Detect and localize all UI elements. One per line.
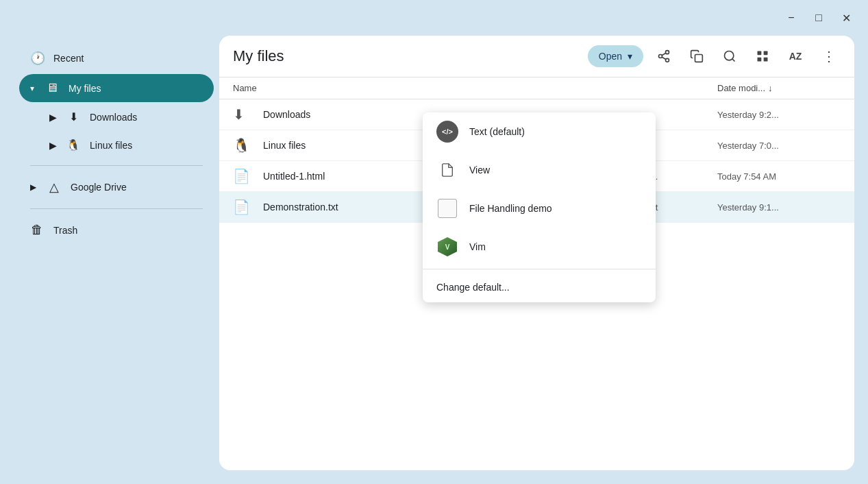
- dropdown-item-vim[interactable]: V Vim: [423, 228, 656, 266]
- dropdown-label-text-default: Text (default): [469, 126, 525, 137]
- file-date-demo: Yesterday 9:1...: [717, 202, 841, 213]
- minimize-button[interactable]: −: [780, 7, 802, 29]
- page-title: My files: [233, 47, 580, 65]
- document-icon: [440, 162, 455, 178]
- svg-point-2: [666, 58, 669, 62]
- sidebar-item-myfiles[interactable]: ▾ 🖥 My files: [19, 74, 214, 102]
- linux-file-icon: 🐧: [233, 137, 255, 154]
- sidebar-divider1: [30, 165, 203, 166]
- svg-rect-9: [764, 51, 768, 56]
- download-file-icon: ⬇: [233, 106, 255, 123]
- svg-rect-11: [764, 58, 768, 62]
- demo-file-icon: 📄: [233, 199, 255, 215]
- sidebar-item-googledrive[interactable]: ▶ △ Google Drive: [19, 173, 214, 202]
- open-dropdown-arrow: ▾: [628, 51, 632, 62]
- text-default-icon: </>: [436, 121, 458, 143]
- header-name: Name: [233, 83, 539, 93]
- svg-rect-8: [758, 51, 762, 56]
- share-button[interactable]: [652, 44, 676, 69]
- svg-line-4: [662, 53, 666, 55]
- dropdown-item-file-handling[interactable]: File Handling demo: [423, 189, 656, 228]
- chevron-right-icon3: ▶: [30, 182, 36, 192]
- titlebar: − □ ✕: [0, 0, 868, 36]
- svg-rect-5: [695, 55, 703, 62]
- svg-line-3: [662, 57, 666, 59]
- sidebar-downloads-label: Downloads: [90, 112, 137, 123]
- chevron-right-icon: ▶: [49, 112, 57, 123]
- more-options-button[interactable]: ⋮: [816, 44, 841, 69]
- vim-icon: V: [436, 236, 458, 258]
- sidebar-recent-label: Recent: [53, 53, 84, 64]
- chevron-right-icon2: ▶: [49, 140, 57, 151]
- linux-icon: 🐧: [66, 138, 80, 152]
- toolbar: My files Open ▾: [219, 36, 854, 77]
- svg-rect-10: [758, 58, 762, 62]
- file-date-linux: Yesterday 7:0...: [717, 141, 841, 151]
- chevron-down-icon: ▾: [30, 84, 34, 93]
- dropdown-item-view[interactable]: View: [423, 151, 656, 189]
- sidebar: 🕐 Recent ▾ 🖥 My files ▶ ⬇ Downloads ▶ 🐧 …: [14, 36, 219, 470]
- computer-icon: 🖥: [45, 81, 59, 95]
- dropdown-item-text-default[interactable]: </> Text (default): [423, 112, 656, 151]
- view-icon: [436, 159, 458, 181]
- file-date-html: Today 7:54 AM: [717, 171, 841, 182]
- dropdown-label-view: View: [469, 165, 490, 176]
- grid-icon: [756, 49, 769, 63]
- sidebar-item-trash[interactable]: 🗑 Trash: [19, 216, 214, 244]
- sidebar-trash-label: Trash: [53, 225, 77, 236]
- sidebar-googledrive-label: Google Drive: [71, 182, 127, 193]
- clock-icon: 🕐: [30, 51, 44, 66]
- dropdown-label-vim: Vim: [469, 241, 486, 252]
- file-date-downloads: Yesterday 9:2...: [717, 110, 841, 120]
- sort-icon: AZ: [789, 51, 802, 62]
- search-icon: [723, 49, 736, 63]
- header-date[interactable]: Date modi... ↓: [717, 83, 841, 93]
- open-button[interactable]: Open ▾: [588, 45, 643, 67]
- dropdown-divider: [423, 269, 656, 269]
- close-button[interactable]: ✕: [835, 7, 857, 29]
- sidebar-myfiles-label: My files: [69, 83, 101, 94]
- more-icon: ⋮: [822, 48, 835, 64]
- box-icon: [438, 199, 457, 218]
- sort-button[interactable]: AZ: [783, 44, 808, 69]
- search-button[interactable]: [717, 44, 742, 69]
- file-list-header: Name Date modi... ↓: [219, 77, 854, 99]
- open-button-label: Open: [599, 51, 622, 62]
- sidebar-item-linux[interactable]: ▶ 🐧 Linux files: [19, 132, 214, 158]
- code-icon: </>: [436, 121, 458, 143]
- svg-point-1: [659, 55, 662, 58]
- file-handling-icon: [436, 197, 458, 219]
- sidebar-linux-label: Linux files: [90, 140, 132, 151]
- vim-icon-container: V: [436, 236, 458, 258]
- sidebar-divider2: [30, 208, 203, 209]
- sidebar-item-recent[interactable]: 🕐 Recent: [19, 44, 214, 73]
- html-file-icon: 📄: [233, 168, 255, 184]
- svg-point-0: [666, 51, 669, 54]
- svg-point-6: [725, 51, 734, 60]
- open-dropdown-menu: </> Text (default) View File Handling de…: [423, 112, 656, 302]
- share-icon: [657, 49, 671, 63]
- dropdown-label-file-handling: File Handling demo: [469, 203, 552, 214]
- svg-line-7: [732, 59, 735, 62]
- drive-icon: △: [47, 180, 61, 195]
- sidebar-item-downloads[interactable]: ▶ ⬇ Downloads: [19, 104, 214, 130]
- dropdown-change-default[interactable]: Change default...: [423, 272, 656, 302]
- grid-view-button[interactable]: [750, 44, 775, 69]
- copy-button[interactable]: [684, 44, 709, 69]
- download-icon: ⬇: [66, 110, 80, 123]
- trash-icon: 🗑: [30, 223, 44, 237]
- copy-icon: [690, 49, 704, 63]
- maximize-button[interactable]: □: [808, 7, 830, 29]
